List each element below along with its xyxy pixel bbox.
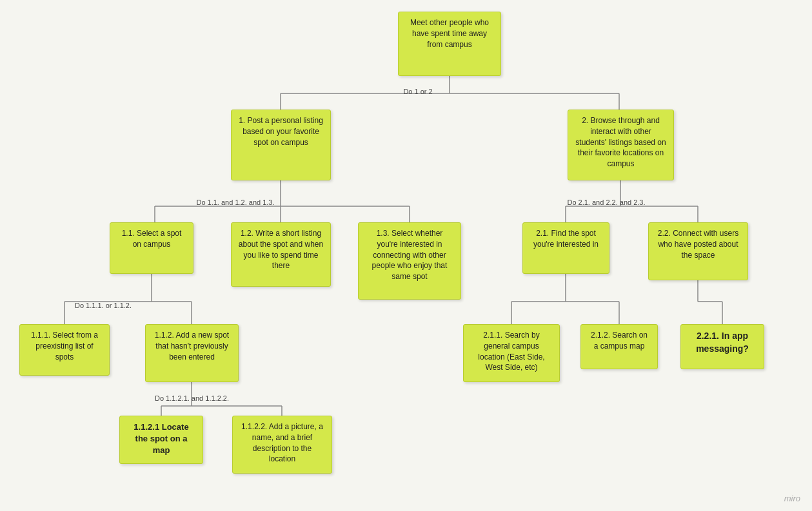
label-do213: Do 2.1. and 2.2. and 2.3. [542, 198, 671, 206]
node-1-1: 1.1. Select a spot on campus [110, 222, 193, 274]
node-1: 1. Post a personal listing based on your… [231, 110, 331, 180]
root-node: Meet other people who have spent time aw… [398, 12, 501, 76]
node-2-1-2: 2.1.2. Search on a campus map [580, 324, 658, 369]
node-2: 2. Browse through and interact with othe… [568, 110, 674, 180]
node-1-2: 1.2. Write a short listing about the spo… [231, 222, 331, 287]
label-do1112: Do 1.1.1. or 1.1.2. [52, 302, 155, 309]
node-2-1-1: 2.1.1. Search by general campus location… [463, 324, 560, 382]
node-1-1-2-1: 1.1.2.1 Locate the spot on a map [119, 416, 203, 464]
node-1-1-2: 1.1.2. Add a new spot that hasn't previo… [145, 324, 239, 382]
miro-watermark: miro [784, 494, 800, 503]
label-do113: Do 1.1. and 1.2. and 1.3. [171, 198, 300, 206]
node-1-1-2-2: 1.1.2.2. Add a picture, a name, and a br… [232, 416, 332, 474]
node-2-1: 2.1. Find the spot you're interested in [522, 222, 609, 274]
label-do11211122: Do 1.1.2.1. and 1.1.2.2. [129, 394, 255, 402]
label-do12: Do 1 or 2 [386, 88, 450, 95]
node-1-3: 1.3. Select whether you're interested in… [358, 222, 461, 300]
node-2-2: 2.2. Connect with users who have posted … [648, 222, 748, 280]
node-2-2-1: 2.2.1. In app messaging? [680, 324, 764, 369]
node-1-1-1: 1.1.1. Select from a preexisting list of… [19, 324, 110, 376]
